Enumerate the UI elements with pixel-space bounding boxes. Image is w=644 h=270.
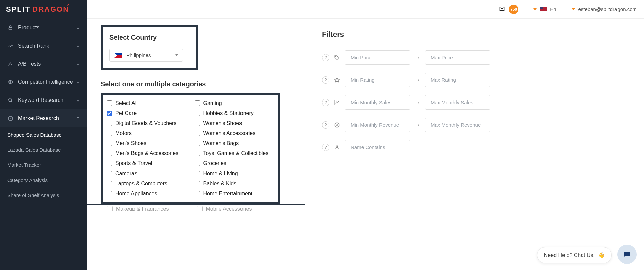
help-icon[interactable]: ? [322,99,329,106]
dollar-icon [333,122,341,128]
category-checkbox[interactable] [107,111,112,116]
category-checkbox[interactable] [195,191,200,196]
topbar: 750 En esteban@splitdragon.com [87,0,644,19]
category-label: Women's Bags [203,140,239,146]
category-row[interactable]: Men's Bags & Accessories [106,148,189,158]
nav-search-rank[interactable]: Search Rank ⌄ [0,37,87,55]
category-checkbox[interactable] [195,121,200,126]
category-checkbox[interactable] [195,161,200,166]
category-label: Men's Shoes [115,140,146,146]
nav-competitor-intelligence[interactable]: Competitor Intelligence ⌄ [0,73,87,91]
max-input[interactable] [425,95,490,110]
category-row[interactable]: Cameras [106,168,189,179]
max-input[interactable] [425,118,490,132]
max-input[interactable] [425,50,490,65]
nav-products[interactable]: Products ⌄ [0,19,87,37]
main-panel: Select Country Philippines Select one or… [87,19,305,270]
chevron-down-icon: ⌄ [76,25,80,30]
category-row[interactable]: Sports & Travel [106,158,189,168]
category-row[interactable]: Home Appliances [106,189,189,199]
nav-label: Competitor Intelligence [18,79,73,85]
search-icon [7,97,13,103]
chat-pill[interactable]: Need Help? Chat Us! 👋 [537,247,612,263]
country-selected: Philippines [126,52,151,58]
category-label: Gaming [203,100,222,106]
nav-ab-tests[interactable]: A/B Tests ⌄ [0,55,87,73]
category-checkbox[interactable] [195,171,200,176]
logo-part1: SPLIT [6,5,30,14]
category-checkbox[interactable] [107,100,112,106]
category-row[interactable]: Home Entertainment [194,189,277,199]
country-select[interactable]: Philippines [109,49,183,62]
svg-point-5 [335,56,336,57]
caret-down-icon [533,8,537,10]
nav-label: Products [18,25,39,31]
category-checkbox[interactable] [195,111,200,116]
category-checkbox[interactable] [107,191,112,196]
filter-row: ?→ [322,95,631,110]
messages-badge: 750 [509,5,518,14]
category-row[interactable]: Toys, Games & Collectibles [194,148,277,158]
category-row[interactable]: Women's Shoes [194,118,277,128]
logo[interactable]: SPLIT DRAGON ↗ [0,0,87,19]
category-row[interactable]: Babies & Kids [194,179,277,189]
caret-down-icon [572,8,575,10]
max-input[interactable] [425,73,490,87]
min-input[interactable] [345,118,410,132]
arrow-right-icon: → [414,55,421,61]
category-checkbox[interactable] [107,161,112,166]
category-row[interactable]: Women's Bags [194,138,277,148]
sub-category-analysis[interactable]: Category Analysis [0,173,87,188]
min-input[interactable] [345,50,410,65]
trend-icon [7,43,13,49]
nav-keyword-research[interactable]: Keyword Research ⌄ [0,91,87,109]
category-checkbox[interactable] [107,171,112,176]
help-icon[interactable]: ? [322,121,329,129]
chevron-down-icon: ⌄ [76,98,80,103]
category-label: Home Appliances [115,191,157,197]
flag-us-icon [540,7,547,12]
sub-share-of-shelf[interactable]: Share of Shelf Analysis [0,188,87,203]
user-menu[interactable]: esteban@splitdragon.com [564,0,644,18]
category-label: Sports & Travel [115,160,152,166]
category-row[interactable]: Hobbies & Stationery [194,108,277,118]
category-checkbox[interactable] [195,131,200,136]
category-checkbox[interactable] [107,151,112,156]
category-row[interactable]: Gaming [194,98,277,108]
category-row[interactable]: Digital Goods & Vouchers [106,118,189,128]
help-icon[interactable]: ? [322,76,329,84]
chat-bubble-button[interactable] [617,245,637,264]
category-checkbox[interactable] [107,141,112,146]
category-checkbox[interactable] [195,151,200,156]
help-icon[interactable]: ? [322,144,329,151]
category-label: Men's Bags & Accessories [115,150,178,156]
category-checkbox[interactable] [195,100,200,106]
nav-market-research[interactable]: Market Research ⌃ [0,109,87,127]
category-row[interactable]: Men's Shoes [106,138,189,148]
help-icon[interactable]: ? [322,54,329,61]
sub-market-tracker[interactable]: Market Tracker [0,157,87,173]
logo-part2: DRAGON ↗ [32,5,69,14]
sub-lazada-sales-database[interactable]: Lazada Sales Database [0,142,87,157]
category-label: Select All [115,100,138,106]
category-row[interactable]: Home & Living [194,168,277,179]
category-row[interactable]: Groceries [194,158,277,168]
category-checkbox[interactable] [195,141,200,146]
messages-button[interactable]: 750 [491,0,526,18]
category-row[interactable]: Motors [106,128,189,138]
category-checkbox[interactable] [107,121,112,126]
category-checkbox[interactable] [107,181,112,186]
nav-label: Keyword Research [18,97,63,103]
language-label: En [550,6,556,12]
category-checkbox[interactable] [107,131,112,136]
min-input[interactable] [345,73,410,87]
sub-shopee-sales-database[interactable]: Shopee Sales Database [0,127,87,142]
category-row[interactable]: Pet Care [106,108,189,118]
category-checkbox[interactable] [195,181,200,186]
min-input[interactable] [345,95,410,110]
category-row[interactable]: Women's Accessories [194,128,277,138]
name-contains-input[interactable] [345,140,410,154]
category-row[interactable]: Select All [106,98,189,108]
language-switcher[interactable]: En [526,0,564,18]
category-row[interactable]: Laptops & Computers [106,179,189,189]
